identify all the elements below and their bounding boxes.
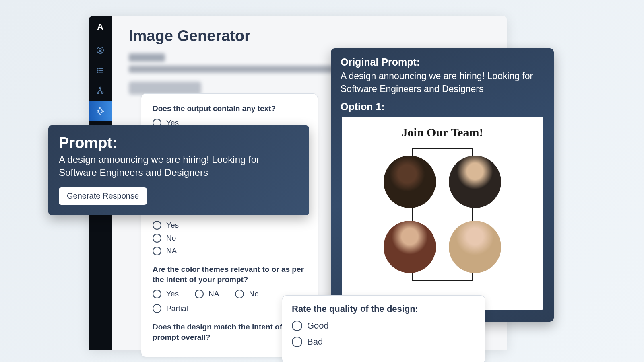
svg-point-13 (102, 111, 104, 112)
hierarchy-icon (96, 86, 105, 95)
question-text-output: Does the output contain any text? Yes (153, 103, 306, 128)
prompt-text: A design announcing we are hiring! Looki… (59, 153, 299, 179)
rating-title: Rate the quality of the design: (292, 304, 475, 314)
nodes-icon (96, 106, 105, 115)
sidebar-item-generate[interactable] (89, 101, 112, 121)
question-title: Does the output contain any text? (153, 103, 306, 114)
svg-point-10 (101, 92, 103, 93)
design-preview: Join Our Team! (342, 117, 543, 310)
design-preview-title: Join Our Team! (402, 125, 483, 139)
option-label: NA (166, 247, 177, 255)
avatar-frame (412, 148, 473, 281)
avatar (449, 221, 501, 273)
radio-icon (153, 221, 161, 230)
svg-point-0 (97, 47, 104, 54)
original-prompt-label: Original Prompt: (341, 56, 544, 68)
svg-point-1 (99, 48, 101, 51)
option-yes[interactable]: Yes (153, 221, 306, 230)
radio-icon (153, 247, 161, 255)
svg-point-9 (97, 92, 99, 93)
rating-card: Rate the quality of the design: Good Bad (282, 295, 485, 362)
app-logo: A (97, 22, 103, 32)
avatar-grid (380, 152, 505, 277)
original-prompt-card: Original Prompt: A design announcing we … (331, 48, 554, 322)
sidebar-item-tree[interactable] (89, 80, 112, 101)
svg-point-2 (97, 68, 98, 69)
generate-response-button[interactable]: Generate Response (59, 187, 147, 205)
option-yes[interactable]: Yes (153, 290, 179, 298)
radio-icon (153, 290, 161, 298)
question-title: Are the color themes relevant to or as p… (153, 264, 306, 285)
svg-point-8 (99, 87, 101, 89)
person-circle-icon (96, 46, 105, 55)
option-label: Yes (166, 290, 179, 298)
option-label: No (249, 290, 258, 298)
option-label: Yes (166, 221, 179, 230)
svg-point-4 (97, 70, 98, 71)
option-no[interactable]: No (153, 234, 306, 243)
sidebar-item-profile[interactable] (89, 40, 112, 60)
svg-point-12 (97, 111, 99, 112)
prompt-card: Prompt: A design announcing we are hirin… (48, 125, 309, 215)
option-na[interactable]: NA (153, 247, 306, 255)
original-prompt-text: A design announcing we are hiring! Looki… (341, 70, 544, 95)
radio-icon (235, 290, 244, 298)
radio-icon (292, 337, 302, 347)
svg-point-6 (97, 72, 98, 72)
option-label: Good (307, 321, 329, 331)
option-partial[interactable]: Partial (153, 304, 188, 313)
sidebar-item-list[interactable] (89, 60, 112, 80)
avatar (384, 156, 436, 208)
radio-icon (195, 290, 204, 298)
option-label: Option 1: (341, 101, 544, 113)
prompt-heading: Prompt: (59, 134, 299, 152)
option-bad[interactable]: Bad (292, 337, 475, 347)
page-title: Image Generator (129, 27, 490, 45)
option-label: Bad (307, 337, 323, 347)
question-hidden-yesno: Yes No NA (153, 221, 306, 255)
option-no[interactable]: No (235, 290, 258, 298)
option-good[interactable]: Good (292, 321, 475, 331)
avatar (384, 221, 436, 273)
option-na[interactable]: NA (195, 290, 219, 298)
list-icon (96, 66, 105, 75)
svg-point-11 (99, 107, 101, 109)
option-label: No (166, 234, 176, 243)
option-label: NA (208, 290, 219, 298)
radio-icon (153, 304, 161, 313)
option-label: Partial (166, 304, 188, 313)
radio-icon (292, 321, 302, 331)
avatar (449, 156, 501, 208)
radio-icon (153, 234, 161, 243)
